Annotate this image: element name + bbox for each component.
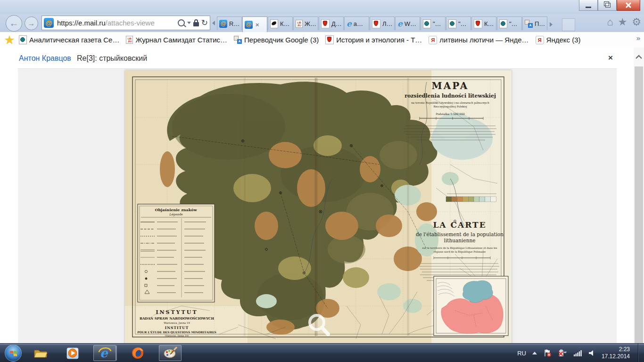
minimize-button[interactable] [579,0,598,11]
close-button[interactable] [617,0,640,11]
viewer-close-button[interactable]: × [608,53,613,63]
forward-arrow-icon: → [28,19,35,28]
media-player-taskbar-button[interactable] [61,345,84,361]
new-tab-stub[interactable] [562,18,575,31]
settings-gear-icon[interactable]: ⚙ [632,16,641,28]
mailru-favicon [44,18,54,28]
favorite-item-1[interactable]: Аналитическая газета Се… [19,35,119,44]
refresh-icon[interactable]: ↻ [201,19,208,27]
map-image: MAPA rozsiedlenia ludności litewskiej na… [125,70,512,344]
yandex-icon [429,36,437,44]
firefox-icon [131,346,144,360]
tab-scroll-right-icon[interactable] [550,22,553,27]
taskbar-clock[interactable]: 2:23 17.12.2014 [602,346,630,360]
mail-subject: Re[3]: стрыйковский [77,54,147,63]
restore-button[interactable] [598,0,617,11]
favorite-item-3[interactable]: Переводчик Google (3) [234,36,319,44]
taskbar: e RU [0,343,644,362]
tab-mailru-1[interactable]: R… [217,16,242,30]
translate-icon [234,36,242,44]
hidden-icons-icon[interactable] [532,352,537,354]
tab-mailru-active[interactable]: × [242,16,267,32]
svg-text:rozsiedlenia ludności litewski: rozsiedlenia ludności litewskiej [405,93,496,99]
add-favorite-star-icon[interactable] [5,35,14,44]
ie-taskbar-button[interactable]: e [93,345,116,361]
tab-bird[interactable]: К… [268,16,293,30]
favorite-item-4[interactable]: История и этнология - Т… [325,35,422,44]
windows-flag-icon [9,350,17,357]
svg-text:Objaśnienie znaków: Objaśnienie znaków [155,207,197,212]
mailru-icon [245,21,253,29]
action-center-flag-icon[interactable] [543,349,552,357]
minimize-icon [586,7,591,8]
paint-icon [163,346,177,360]
tab-strip: R… × К… Ж… Д… a… Л… W… "… "… К… "… П… [217,16,553,32]
paint-taskbar-button[interactable] [159,345,182,361]
svg-text:régions nord de la République: régions nord de la République Polonaise [434,250,486,254]
translate-icon [525,20,533,28]
restore-icon [605,3,611,8]
shield-icon [321,19,330,28]
mailru-icon [219,20,227,28]
media-player-icon [66,347,79,360]
firefox-taskbar-button[interactable] [126,345,149,361]
favorite-item-6[interactable]: Яндекс (3) [536,36,581,44]
shield-icon [372,19,380,28]
home-icon[interactable]: ⌂ [607,16,613,28]
url-text[interactable]: https://e.mail.ru/attaches-viewe [57,19,175,27]
tab-translate[interactable]: П… [522,16,547,30]
favorites-star-icon[interactable]: ★ [618,16,627,28]
tab-shield-3[interactable]: К… [471,16,496,30]
volume-speaker-icon[interactable] [588,349,595,357]
tab-doc-2[interactable]: "… [446,16,471,30]
tab-close-icon[interactable]: × [256,21,259,28]
scroll-up-icon[interactable] [635,54,643,60]
legend-box: Objaśnienie znaków Légende [138,204,215,302]
svg-text:Légende: Légende [169,213,183,216]
svg-text:POUR L'ÉTUDE DES QUESTIONS MIN: POUR L'ÉTUDE DES QUESTIONS MINORITAIRES [137,330,216,334]
mail-sender-link[interactable]: Антон Кравцов [19,54,71,63]
tab-doc-3[interactable]: "… [497,16,522,30]
tab-shield-2[interactable]: Л… [370,16,395,30]
start-button[interactable] [5,345,22,362]
tab-scroll-left-icon[interactable] [212,21,215,25]
tab-doc-1[interactable]: "… [421,16,446,30]
folder-icon [33,347,48,359]
chevron-down-icon[interactable] [187,22,191,24]
forward-button[interactable]: → [25,16,38,30]
show-desktop-button[interactable] [638,344,642,362]
svg-text:(Varsovie, Jasna 19): (Varsovie, Jasna 19) [165,334,189,337]
scrollbar-track[interactable] [634,48,644,343]
power-battery-icon[interactable] [558,349,567,357]
yandex-icon [536,36,544,44]
network-signal-icon[interactable] [573,349,582,357]
document-icon [448,19,456,28]
tab-libru[interactable]: Ж… [293,16,318,30]
ie-icon [397,20,403,28]
tab-shield-1[interactable]: Д… [319,16,344,30]
address-bar[interactable]: https://e.mail.ru/attaches-viewe ↻ [41,16,210,30]
caption-buttons [579,0,640,11]
libru-icon [296,20,303,28]
back-button[interactable]: ← [6,15,22,32]
document-icon [499,19,507,28]
attachment-map[interactable]: MAPA rozsiedlenia ludności litewskiej na… [125,70,512,344]
attachment-viewer: MAPA rozsiedlenia ludności litewskiej na… [18,68,617,344]
svg-text:LA CARTE: LA CARTE [433,220,486,230]
lock-icon [193,22,199,26]
favorites-overflow-icon[interactable]: » [636,34,640,42]
scrollbar-thumb[interactable] [635,66,643,343]
shield-icon [474,19,482,28]
svg-text:Warszawa, Jasna 19: Warszawa, Jasna 19 [164,321,190,325]
system-tray: RU 2:23 17.12.2014 [517,344,642,362]
search-icon[interactable] [178,19,185,26]
tab-ie-2[interactable]: W… [395,16,420,30]
favorite-item-5[interactable]: литвины лютичи — Янде… [429,36,528,44]
browser-navbar: ← → https://e.mail.ru/attaches-viewe ↻ R… [0,14,644,33]
tab-ie-1[interactable]: a… [344,16,369,30]
favorite-item-2[interactable]: Журнал Самиздат Статис… [126,36,227,44]
clock-time: 2:23 [602,346,630,353]
language-indicator[interactable]: RU [517,350,526,357]
svg-text:sur le territoire de la Républ: sur le territoire de la République Lithu… [422,247,497,250]
explorer-taskbar-button[interactable] [29,345,52,361]
